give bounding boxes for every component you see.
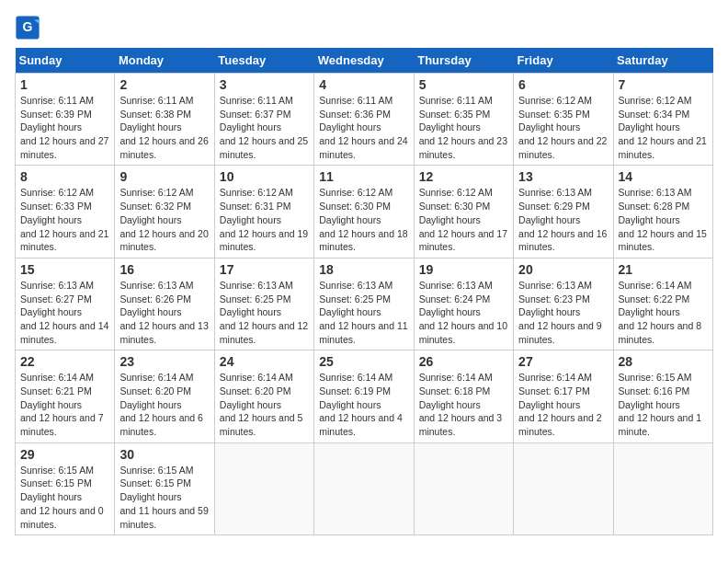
header-sunday: Sunday — [16, 48, 115, 74]
day-number: 7 — [619, 77, 708, 92]
calendar-cell: 5Sunrise: 6:11 AMSunset: 6:35 PMDaylight… — [414, 74, 513, 166]
cell-details: Sunrise: 6:13 AMSunset: 6:25 PMDaylight … — [319, 279, 408, 346]
calendar-cell: 1Sunrise: 6:11 AMSunset: 6:39 PMDaylight… — [16, 74, 115, 166]
day-number: 19 — [419, 262, 508, 277]
calendar-cell: 14Sunrise: 6:13 AMSunset: 6:28 PMDayligh… — [613, 166, 712, 258]
svg-text:G: G — [23, 19, 33, 34]
day-number: 22 — [20, 354, 109, 369]
day-number: 4 — [319, 77, 408, 92]
calendar-body: 1Sunrise: 6:11 AMSunset: 6:39 PMDaylight… — [16, 74, 713, 535]
cell-details: Sunrise: 6:12 AMSunset: 6:31 PMDaylight … — [220, 186, 309, 253]
calendar-cell: 21Sunrise: 6:14 AMSunset: 6:22 PMDayligh… — [613, 258, 712, 350]
calendar-cell: 24Sunrise: 6:14 AMSunset: 6:20 PMDayligh… — [214, 350, 313, 442]
calendar-cell: 19Sunrise: 6:13 AMSunset: 6:24 PMDayligh… — [414, 258, 513, 350]
cell-details: Sunrise: 6:11 AMSunset: 6:37 PMDaylight … — [220, 94, 309, 161]
header-row: SundayMondayTuesdayWednesdayThursdayFrid… — [16, 48, 713, 74]
calendar-cell — [414, 442, 513, 534]
week-row-0: 1Sunrise: 6:11 AMSunset: 6:39 PMDaylight… — [16, 74, 713, 166]
header: G — [15, 15, 713, 40]
cell-details: Sunrise: 6:11 AMSunset: 6:35 PMDaylight … — [419, 94, 508, 161]
cell-details: Sunrise: 6:14 AMSunset: 6:20 PMDaylight … — [119, 371, 209, 438]
cell-details: Sunrise: 6:12 AMSunset: 6:30 PMDaylight … — [419, 186, 508, 253]
calendar-cell: 8Sunrise: 6:12 AMSunset: 6:33 PMDaylight… — [16, 166, 115, 258]
cell-details: Sunrise: 6:12 AMSunset: 6:33 PMDaylight … — [20, 186, 109, 253]
calendar-cell: 6Sunrise: 6:12 AMSunset: 6:35 PMDaylight… — [514, 74, 613, 166]
calendar-cell: 13Sunrise: 6:13 AMSunset: 6:29 PMDayligh… — [514, 166, 613, 258]
day-number: 20 — [518, 262, 608, 277]
week-row-4: 29Sunrise: 6:15 AMSunset: 6:15 PMDayligh… — [16, 442, 713, 534]
calendar-cell: 16Sunrise: 6:13 AMSunset: 6:26 PMDayligh… — [115, 258, 214, 350]
day-number: 21 — [619, 262, 708, 277]
header-saturday: Saturday — [613, 48, 712, 74]
calendar-cell: 25Sunrise: 6:14 AMSunset: 6:19 PMDayligh… — [314, 350, 414, 442]
cell-details: Sunrise: 6:15 AMSunset: 6:16 PMDaylight … — [619, 371, 708, 438]
calendar-cell: 2Sunrise: 6:11 AMSunset: 6:38 PMDaylight… — [115, 74, 214, 166]
day-number: 27 — [518, 354, 608, 369]
calendar-cell: 23Sunrise: 6:14 AMSunset: 6:20 PMDayligh… — [115, 350, 214, 442]
day-number: 9 — [119, 169, 209, 184]
day-number: 30 — [119, 447, 209, 462]
cell-details: Sunrise: 6:14 AMSunset: 6:21 PMDaylight … — [20, 371, 109, 438]
cell-details: Sunrise: 6:14 AMSunset: 6:19 PMDaylight … — [319, 371, 408, 438]
cell-details: Sunrise: 6:12 AMSunset: 6:34 PMDaylight … — [619, 94, 708, 161]
cell-details: Sunrise: 6:13 AMSunset: 6:24 PMDaylight … — [419, 279, 508, 346]
day-number: 8 — [20, 169, 109, 184]
day-number: 18 — [319, 262, 408, 277]
header-wednesday: Wednesday — [314, 48, 414, 74]
cell-details: Sunrise: 6:13 AMSunset: 6:27 PMDaylight … — [20, 279, 109, 346]
calendar-cell: 12Sunrise: 6:12 AMSunset: 6:30 PMDayligh… — [414, 166, 513, 258]
calendar-cell: 27Sunrise: 6:14 AMSunset: 6:17 PMDayligh… — [514, 350, 613, 442]
header-tuesday: Tuesday — [214, 48, 313, 74]
calendar-cell — [314, 442, 414, 534]
cell-details: Sunrise: 6:11 AMSunset: 6:39 PMDaylight … — [20, 94, 109, 161]
calendar-cell: 18Sunrise: 6:13 AMSunset: 6:25 PMDayligh… — [314, 258, 414, 350]
day-number: 25 — [319, 354, 408, 369]
cell-details: Sunrise: 6:11 AMSunset: 6:36 PMDaylight … — [319, 94, 408, 161]
day-number: 16 — [119, 262, 209, 277]
calendar-cell — [214, 442, 313, 534]
cell-details: Sunrise: 6:12 AMSunset: 6:30 PMDaylight … — [319, 186, 408, 253]
calendar-cell: 11Sunrise: 6:12 AMSunset: 6:30 PMDayligh… — [314, 166, 414, 258]
calendar-cell — [514, 442, 613, 534]
header-thursday: Thursday — [414, 48, 513, 74]
day-number: 15 — [20, 262, 109, 277]
calendar-cell: 7Sunrise: 6:12 AMSunset: 6:34 PMDaylight… — [613, 74, 712, 166]
day-number: 5 — [419, 77, 508, 92]
calendar-cell: 3Sunrise: 6:11 AMSunset: 6:37 PMDaylight… — [214, 74, 313, 166]
cell-details: Sunrise: 6:13 AMSunset: 6:23 PMDaylight … — [518, 279, 608, 346]
calendar-cell: 20Sunrise: 6:13 AMSunset: 6:23 PMDayligh… — [514, 258, 613, 350]
cell-details: Sunrise: 6:14 AMSunset: 6:17 PMDaylight … — [518, 371, 608, 438]
logo-icon: G — [15, 15, 40, 40]
cell-details: Sunrise: 6:14 AMSunset: 6:22 PMDaylight … — [619, 279, 708, 346]
day-number: 11 — [319, 169, 408, 184]
cell-details: Sunrise: 6:15 AMSunset: 6:15 PMDaylight … — [20, 464, 109, 531]
day-number: 17 — [220, 262, 309, 277]
cell-details: Sunrise: 6:13 AMSunset: 6:29 PMDaylight … — [518, 186, 608, 253]
day-number: 1 — [20, 77, 109, 92]
calendar-table: SundayMondayTuesdayWednesdayThursdayFrid… — [15, 48, 713, 535]
day-number: 14 — [619, 169, 708, 184]
calendar-cell: 29Sunrise: 6:15 AMSunset: 6:15 PMDayligh… — [16, 442, 115, 534]
week-row-1: 8Sunrise: 6:12 AMSunset: 6:33 PMDaylight… — [16, 166, 713, 258]
cell-details: Sunrise: 6:13 AMSunset: 6:26 PMDaylight … — [119, 279, 209, 346]
header-friday: Friday — [514, 48, 613, 74]
day-number: 10 — [220, 169, 309, 184]
cell-details: Sunrise: 6:11 AMSunset: 6:38 PMDaylight … — [119, 94, 209, 161]
day-number: 12 — [419, 169, 508, 184]
cell-details: Sunrise: 6:13 AMSunset: 6:28 PMDaylight … — [619, 186, 708, 253]
day-number: 3 — [220, 77, 309, 92]
cell-details: Sunrise: 6:12 AMSunset: 6:32 PMDaylight … — [119, 186, 209, 253]
calendar-cell: 9Sunrise: 6:12 AMSunset: 6:32 PMDaylight… — [115, 166, 214, 258]
calendar-cell: 17Sunrise: 6:13 AMSunset: 6:25 PMDayligh… — [214, 258, 313, 350]
week-row-3: 22Sunrise: 6:14 AMSunset: 6:21 PMDayligh… — [16, 350, 713, 442]
day-number: 6 — [518, 77, 608, 92]
day-number: 29 — [20, 447, 109, 462]
week-row-2: 15Sunrise: 6:13 AMSunset: 6:27 PMDayligh… — [16, 258, 713, 350]
calendar-header: SundayMondayTuesdayWednesdayThursdayFrid… — [16, 48, 713, 74]
calendar-cell: 26Sunrise: 6:14 AMSunset: 6:18 PMDayligh… — [414, 350, 513, 442]
cell-details: Sunrise: 6:13 AMSunset: 6:25 PMDaylight … — [220, 279, 309, 346]
cell-details: Sunrise: 6:14 AMSunset: 6:18 PMDaylight … — [419, 371, 508, 438]
day-number: 28 — [619, 354, 708, 369]
header-monday: Monday — [115, 48, 214, 74]
calendar-cell: 10Sunrise: 6:12 AMSunset: 6:31 PMDayligh… — [214, 166, 313, 258]
